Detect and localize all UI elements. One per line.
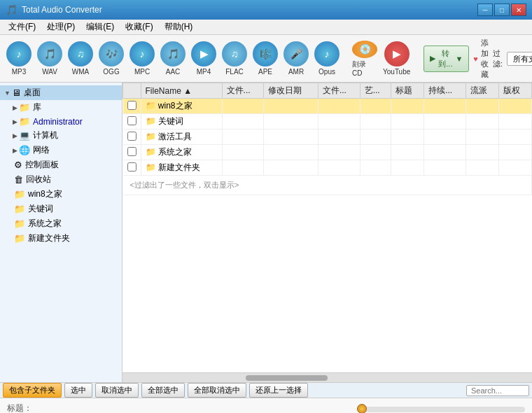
title-row: 标题： [7, 402, 350, 413]
wma-label: WMA [72, 68, 89, 76]
minimize-button[interactable]: ─ [477, 4, 493, 16]
tool-wma[interactable]: ♫ WMA [66, 38, 95, 79]
col-checkbox [123, 83, 141, 99]
sidebar-item-control-panel[interactable]: ⚙ 控制面板 [0, 158, 122, 172]
tool-cd[interactable]: 💿 刻录 CD [350, 38, 379, 79]
computer-icon: 💻 [19, 130, 30, 141]
col-genre[interactable]: 流派 [465, 83, 498, 99]
folder-icon-row: 📁 [146, 101, 156, 111]
convert-to-label: 转到... [438, 48, 452, 69]
title-label: 标题： [7, 402, 56, 413]
sidebar-item-system-home[interactable]: 📁 系统之家 [0, 216, 122, 231]
row-checkbox[interactable] [127, 116, 136, 125]
mpc-icon: ♪ [130, 41, 155, 66]
toolbar-right: ▶ 转到... ▼ ♥ 添加收藏 过滤: 所有支持的 Advanced filt… [424, 38, 532, 80]
row-checkbox[interactable] [127, 147, 136, 156]
tool-mpc[interactable]: ♪ MPC [127, 38, 157, 79]
aac-label: AAC [166, 68, 181, 76]
col-date[interactable]: 修改日期 [264, 83, 318, 99]
row-checkbox[interactable] [127, 132, 136, 141]
file-table: FileName ▲ 文件... 修改日期 文件... 艺... 标题 持续..… [122, 83, 532, 372]
horizontal-scrollbar[interactable] [122, 372, 532, 382]
table-row[interactable]: 📁 系统之家 [123, 145, 532, 160]
tool-wav[interactable]: 🎵 WAV [35, 38, 64, 79]
table-row[interactable]: 📁 新建文件夹 [123, 160, 532, 176]
deselect-all-button[interactable]: 全部取消选中 [188, 383, 246, 398]
menu-favorites[interactable]: 收藏(F) [120, 20, 158, 34]
expand-arrow: ▶ [13, 147, 18, 154]
row-checkbox[interactable] [127, 101, 136, 110]
filter-select[interactable]: 所有支持的 [507, 52, 532, 66]
sidebar-item-new-folder[interactable]: 📁 新建文件夹 [0, 231, 122, 246]
col-copyright[interactable]: 版权 [498, 83, 531, 99]
title-bar: 🎵 Total Audio Converter ─ □ ✕ [0, 0, 532, 20]
sidebar-item-computer[interactable]: ▶ 💻 计算机 [0, 128, 122, 143]
sidebar-item-keywords[interactable]: 📁 关键词 [0, 202, 122, 216]
col-filesize[interactable]: 文件... [222, 83, 264, 99]
win8-home-icon: 📁 [14, 189, 25, 200]
sidebar-item-label: 计算机 [33, 130, 58, 141]
close-button[interactable]: ✕ [511, 4, 526, 16]
ape-label: APE [258, 68, 272, 76]
tool-opus[interactable]: ♪ Opus [312, 38, 342, 79]
aac-icon: 🎵 [160, 41, 186, 66]
col-filename[interactable]: FileName ▲ [141, 83, 222, 99]
progress-knob[interactable] [357, 404, 367, 413]
cd-icon: 💿 [352, 41, 377, 58]
table-row[interactable]: 📁 激活工具 [123, 130, 532, 145]
sidebar-item-library[interactable]: ▶ 📁 库 [0, 100, 122, 115]
mp3-label: MP3 [12, 68, 27, 76]
expand-arrow: ▶ [13, 132, 18, 139]
ape-icon: 🎼 [253, 41, 278, 66]
search-input[interactable] [466, 385, 529, 396]
select-all-button[interactable]: 全部选中 [141, 383, 185, 398]
meta-panel: 标题： 艺术家/唱集： 信息： FOLDER 00:00 ⏮ ▶ ⏭ 00:00 [0, 398, 532, 413]
amr-icon: 🎤 [284, 41, 309, 66]
tool-ogg[interactable]: 🎶 OGG [97, 38, 126, 79]
include-subfolder-button[interactable]: 包含子文件夹 [3, 383, 62, 398]
deselect-button[interactable]: 取消选中 [95, 383, 139, 398]
select-button[interactable]: 选中 [64, 383, 92, 398]
sidebar-item-desktop[interactable]: ▼ 🖥 桌面 [0, 85, 122, 100]
add-favorites-button[interactable]: ♥ 添加收藏 [473, 38, 489, 80]
row-checkbox[interactable] [127, 162, 136, 172]
sidebar-item-administrator[interactable]: ▶ 📁 Administrator [0, 115, 122, 128]
menu-help[interactable]: 帮助(H) [159, 20, 199, 34]
sidebar-item-label: 新建文件夹 [28, 232, 70, 244]
sidebar: ▼ 🖥 桌面 ▶ 📁 库 ▶ 📁 Administrator ▶ 💻 计算机 ▶… [0, 83, 122, 382]
sidebar-item-recycle-bin[interactable]: 🗑 回收站 [0, 172, 122, 187]
tool-youtube[interactable]: ▶ YouTube [381, 38, 412, 79]
convert-to-button[interactable]: ▶ 转到... ▼ [424, 46, 469, 72]
wav-label: WAV [42, 68, 57, 76]
sidebar-item-network[interactable]: ▶ 🌐 网络 [0, 143, 122, 158]
tool-mp4[interactable]: ▶ MP4 [189, 38, 218, 79]
folder-icon-row: 📁 [146, 162, 156, 172]
maximize-button[interactable]: □ [494, 4, 510, 16]
tool-flac[interactable]: ♫ FLAC [220, 38, 249, 79]
menu-edit[interactable]: 编辑(E) [80, 20, 120, 34]
youtube-label: YouTube [383, 68, 410, 76]
col-duration[interactable]: 持续... [424, 83, 466, 99]
table-row[interactable]: 📁 win8之家 [123, 99, 532, 114]
menu-process[interactable]: 处理(P) [41, 20, 80, 34]
col-filetype[interactable]: 文件... [318, 83, 360, 99]
col-artist[interactable]: 艺... [360, 83, 391, 99]
progress-bar[interactable] [357, 407, 525, 412]
sidebar-item-label: 系统之家 [28, 218, 62, 230]
player-panel: 00:00 ⏮ ▶ ⏭ 00:00 [357, 402, 525, 413]
tool-amr[interactable]: 🎤 AMR [281, 38, 311, 79]
tool-ape[interactable]: 🎼 APE [251, 38, 280, 79]
filtered-text: <过滤出了一些文件，双击显示> [123, 176, 532, 195]
col-title[interactable]: 标题 [391, 83, 424, 99]
tool-aac[interactable]: 🎵 AAC [158, 38, 188, 79]
mp4-label: MP4 [197, 68, 211, 76]
scrollbar-thumb[interactable] [246, 375, 328, 381]
sidebar-item-win8-home[interactable]: 📁 win8之家 [0, 187, 122, 202]
tool-mp3[interactable]: ♪ MP3 [4, 38, 34, 79]
filter-label: 过滤: [493, 48, 503, 69]
restore-selection-button[interactable]: 还原上一选择 [249, 383, 308, 398]
menu-file[interactable]: 文件(F) [3, 20, 41, 34]
table-row[interactable]: 📁 关键词 [123, 114, 532, 130]
wma-icon: ♫ [68, 41, 93, 66]
network-icon: 🌐 [19, 145, 30, 155]
